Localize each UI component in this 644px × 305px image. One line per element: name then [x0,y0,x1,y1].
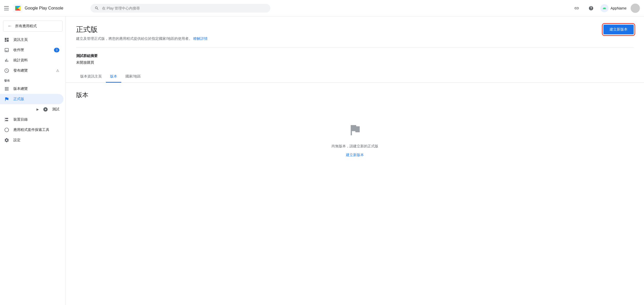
sidebar-item-testing-label: 測試 [52,107,59,112]
create-release-empty-link[interactable]: 建立新版本 [346,153,364,157]
settings-icon [4,138,9,143]
device-catalog-icon [4,117,9,122]
search-input[interactable] [102,6,266,10]
logo-area: Google Play Console [13,4,63,13]
sidebar-section-publish: 發布 [0,76,66,84]
page-description: 建立及管理正式版，將您的應用程式提供給位於指定國家/地區的使用者。 瞭解詳情 [76,36,208,41]
sidebar-item-settings[interactable]: 設定 [0,135,63,145]
google-play-console-logo-icon [13,4,23,13]
sidebar-item-production-label: 正式版 [13,97,24,101]
empty-state-icon [348,123,362,140]
inbox-badge: 3 [54,48,59,52]
sidebar-item-app-bundle[interactable]: 應用程式套件探索工具 [0,125,63,135]
page-header-left: 正式版 建立及管理正式版，將您的應用程式提供給位於指定國家/地區的使用者。 瞭解… [76,25,208,41]
header-right: AppName [572,3,640,13]
content-header: 正式版 建立及管理正式版，將您的應用程式提供給位於指定國家/地區的使用者。 瞭解… [66,16,644,41]
versions-section: 版本 尚無版本，請建立新的正式版 建立新版本 [66,83,644,181]
app-name-text: AppName [611,6,627,10]
release-overview-icon [4,86,9,91]
sidebar-item-dashboard[interactable]: 資訊主頁 [0,35,63,45]
create-new-release-button[interactable]: 建立新版本 [603,25,634,34]
sidebar-item-inbox-label: 收件匣 [13,48,24,52]
sidebar-item-device-catalog-label: 裝置目錄 [13,117,28,122]
content-area: 正式版 建立及管理正式版，將您的應用程式提供給位於指定國家/地區的使用者。 瞭解… [66,16,644,305]
tab-countries[interactable]: 國家/地區 [121,71,145,83]
header-left: Google Play Console [4,4,86,13]
summary-section: 測試群組摘要 未開放購買 [66,47,644,65]
sidebar-item-statistics[interactable]: 統計資料 [0,55,63,65]
empty-state: 尚無版本，請建立新的正式版 建立新版本 [76,107,634,173]
sidebar: ← 所有應用程式 資訊主頁 收件匣 3 [0,16,66,305]
statistics-icon [4,58,9,63]
logo-text: Google Play Console [25,6,63,11]
production-icon [4,97,9,102]
sidebar-item-production[interactable]: 正式版 [0,94,63,104]
sidebar-item-device-catalog[interactable]: 裝置目錄 [0,115,63,125]
sidebar-item-testing[interactable]: ▶ 測試 [0,104,63,115]
testing-icon [43,107,48,112]
back-arrow-icon: ← [7,23,12,29]
publish-overview-icon [4,68,9,73]
sidebar-item-release-overview-label: 版本總覽 [13,87,28,91]
sidebar-item-publish-overview-label: 發布總覽 [13,68,28,73]
app-name-badge[interactable]: AppName [600,4,627,12]
sidebar-item-statistics-label: 統計資料 [13,58,28,63]
link-icon-btn[interactable] [572,3,582,13]
page-title: 正式版 [76,25,208,34]
top-header: Google Play Console AppName [0,0,644,16]
publish-overview-muted-icon: ⚠ [56,69,59,73]
back-label: 所有應用程式 [15,24,37,28]
user-avatar[interactable] [631,4,640,13]
sidebar-item-release-overview[interactable]: 版本總覽 [0,84,63,94]
testing-expand-icon: ▶ [36,108,39,111]
help-icon-btn[interactable] [586,3,596,13]
sidebar-item-app-bundle-label: 應用程式套件探索工具 [13,128,49,132]
search-bar[interactable] [90,4,270,13]
learn-more-link[interactable]: 瞭解詳情 [193,36,208,41]
hamburger-icon[interactable] [4,5,10,11]
android-icon [600,4,609,12]
summary-title: 測試群組摘要 [76,54,634,58]
main-layout: ← 所有應用程式 資訊主頁 收件匣 3 [0,16,644,305]
tab-release-info[interactable]: 版本資訊主頁 [76,71,106,83]
search-icon [95,6,99,11]
dashboard-icon [4,37,9,42]
tabs: 版本資訊主頁 版本 國家/地區 [66,71,644,83]
sidebar-item-settings-label: 設定 [13,138,21,142]
empty-state-text: 尚無版本，請建立新的正式版 [332,144,378,149]
back-button[interactable]: ← 所有應用程式 [3,21,62,32]
summary-value: 未開放購買 [76,60,634,65]
sidebar-item-publish-overview[interactable]: 發布總覽 ⚠ [0,65,63,76]
inbox-icon [4,47,9,53]
sidebar-item-dashboard-label: 資訊主頁 [13,37,28,42]
sidebar-item-inbox[interactable]: 收件匣 3 [0,45,63,55]
app-bundle-icon [4,127,9,132]
tab-versions[interactable]: 版本 [106,71,121,83]
versions-section-title: 版本 [76,91,634,99]
